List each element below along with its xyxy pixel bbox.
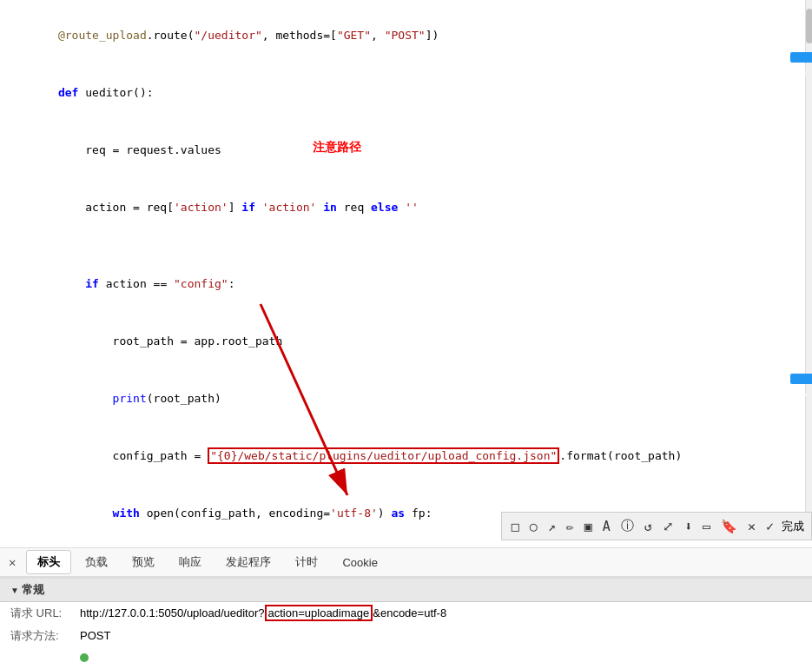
- info-tool-btn[interactable]: ⓘ: [618, 516, 637, 536]
- tab-close-btn[interactable]: ✕: [9, 555, 16, 569]
- code-line-8: config_path = "{0}/web/static/plugins/ue…: [0, 427, 812, 485]
- code-editor: @route_upload.route("/ueditor", methods=…: [0, 0, 812, 539]
- annotation-toolbar: □ ○ ↗ ✏ ▣ A ⓘ ↺ ⤢ ⬇ ▭ 🔖 ✕ ✓ 完成: [501, 512, 812, 540]
- text-tool-btn[interactable]: A: [600, 517, 613, 536]
- request-url-row: 请求 URL: http://127.0.0.1:5050/upload/ued…: [0, 602, 812, 625]
- tab-preview[interactable]: 预览: [122, 551, 165, 573]
- devtools-tabs: ✕ 标头 负载 预览 响应 发起程序 计时 Cookie: [0, 547, 812, 577]
- request-url-label: 请求 URL:: [10, 605, 80, 622]
- side-btn-already[interactable]: 已: [790, 374, 812, 384]
- request-method-label: 请求方法:: [10, 627, 80, 645]
- rect-tool-btn[interactable]: □: [509, 517, 522, 536]
- download-tool-btn[interactable]: ⬇: [682, 517, 695, 536]
- done-label[interactable]: 完成: [782, 519, 804, 534]
- code-line-5: if action == "config":: [0, 255, 812, 313]
- request-url-value: http://127.0.0.1:5050/upload/ueditor?act…: [80, 605, 446, 622]
- tab-payload[interactable]: 负载: [75, 551, 118, 573]
- status-code-row: [0, 647, 812, 669]
- request-method-row: 请求方法: POST: [0, 625, 812, 647]
- arrow-tool-btn[interactable]: ↗: [545, 517, 558, 536]
- circle-tool-btn[interactable]: ○: [527, 517, 540, 536]
- confirm-tool-btn[interactable]: ✓: [763, 517, 776, 536]
- bookmark-tool-btn[interactable]: 🔖: [718, 517, 740, 536]
- request-method-value: POST: [80, 627, 110, 645]
- action-highlight: action=uploadimage: [265, 605, 373, 621]
- tab-cookie[interactable]: Cookie: [332, 553, 387, 573]
- code-line-2: def ueditor():: [0, 64, 812, 122]
- tab-response[interactable]: 响应: [168, 551, 212, 573]
- scrollbar[interactable]: [805, 0, 812, 539]
- status-dot: [80, 650, 92, 667]
- general-section-header: 常规: [0, 579, 812, 602]
- tab-timing[interactable]: 计时: [285, 551, 328, 573]
- crop-tool-btn[interactable]: ▭: [700, 517, 713, 536]
- code-line-6: root_path = app.root_path: [0, 313, 812, 370]
- resize-tool-btn[interactable]: ⤢: [660, 517, 677, 536]
- code-line-blank1: [0, 236, 812, 255]
- annotation-note: 注意路径: [313, 137, 361, 156]
- close-tool-btn[interactable]: ✕: [745, 517, 758, 536]
- code-line-1: @route_upload.route("/ueditor", methods=…: [0, 7, 812, 64]
- undo-tool-btn[interactable]: ↺: [642, 517, 655, 536]
- tab-headers[interactable]: 标头: [26, 550, 71, 574]
- code-line-3: req = request.values: [0, 122, 812, 179]
- code-line-7: print(root_path): [0, 370, 812, 427]
- side-btn-station[interactable]: 站: [790, 52, 812, 63]
- mosaic-tool-btn[interactable]: ▣: [582, 517, 595, 536]
- pen-tool-btn[interactable]: ✏: [564, 517, 577, 536]
- code-line-4: action = req['action'] if 'action' in re…: [0, 179, 812, 236]
- tab-initiator[interactable]: 发起程序: [215, 551, 281, 573]
- network-panel: 常规 请求 URL: http://127.0.0.1:5050/upload/…: [0, 577, 812, 669]
